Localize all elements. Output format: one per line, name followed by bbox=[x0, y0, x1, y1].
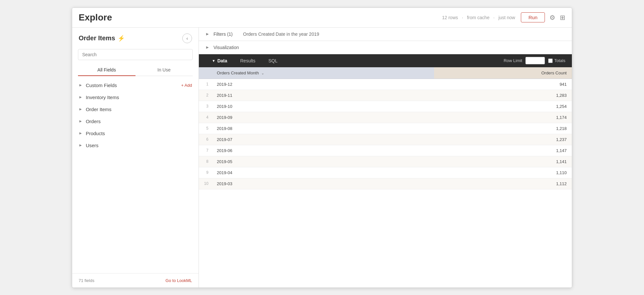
sidebar-footer: 71 fields Go to LookML bbox=[72, 273, 199, 288]
field-group-orders[interactable]: ► Orders bbox=[72, 115, 199, 127]
cell-month: 2019-03 bbox=[212, 178, 434, 189]
field-groups: ► Custom Fields + Add ► Inventory Items … bbox=[72, 76, 199, 273]
cell-month: 2019-04 bbox=[212, 167, 434, 178]
page-title: Explore bbox=[79, 12, 112, 23]
table-row: 3 2019-10 1,254 bbox=[199, 101, 572, 112]
field-group-label: Inventory Items bbox=[86, 95, 119, 100]
field-group-label: Orders bbox=[86, 119, 101, 124]
field-group-inventory-items[interactable]: ► Inventory Items bbox=[72, 91, 199, 103]
sort-arrow-icon: ⌄ bbox=[261, 71, 264, 75]
sidebar-title-group: Order Items ⚡ bbox=[79, 34, 125, 42]
row-number: 4 bbox=[199, 112, 212, 123]
cell-count: 1,110 bbox=[434, 167, 572, 178]
field-group-label: Custom Fields bbox=[86, 83, 117, 88]
search-input[interactable] bbox=[78, 49, 193, 60]
table-row: 5 2019-08 1,218 bbox=[199, 123, 572, 134]
totals-checkbox[interactable] bbox=[548, 58, 553, 63]
row-num-header bbox=[199, 67, 212, 79]
data-tabs-bar: ▼ Data Results SQL Row Limit Totals bbox=[199, 54, 572, 67]
data-table: Orders Created Month ⌄ Orders Count 1 20… bbox=[199, 67, 572, 189]
time-status: just now bbox=[498, 15, 515, 20]
chevron-right-icon: ► bbox=[79, 119, 83, 123]
filters-label: Filters (1) bbox=[213, 32, 233, 37]
tab-data[interactable]: ▼ Data bbox=[205, 54, 234, 67]
row-number: 8 bbox=[199, 156, 212, 167]
cell-month: 2019-09 bbox=[212, 112, 434, 123]
totals-toggle[interactable]: Totals bbox=[548, 58, 565, 63]
collapse-sidebar-button[interactable]: ‹ bbox=[182, 33, 192, 43]
cell-month: 2019-08 bbox=[212, 123, 434, 134]
cell-count: 1,141 bbox=[434, 156, 572, 167]
sidebar: Order Items ⚡ ‹ All Fields In Use bbox=[72, 28, 199, 288]
filters-expand-icon: ► bbox=[205, 32, 210, 36]
data-tab-arrow-icon: ▼ bbox=[212, 59, 215, 63]
data-tabs-right: Row Limit Totals bbox=[504, 57, 565, 64]
run-button[interactable]: Run bbox=[521, 12, 545, 22]
viz-expand-icon: ► bbox=[205, 45, 210, 50]
tab-all-fields[interactable]: All Fields bbox=[78, 64, 135, 76]
grid-icon[interactable]: ⊞ bbox=[560, 14, 565, 21]
header: Explore 12 rows · from cache · just now … bbox=[72, 8, 572, 28]
visualization-bar[interactable]: ► Visualization bbox=[199, 41, 572, 54]
totals-label: Totals bbox=[554, 58, 565, 63]
cell-month: 2019-11 bbox=[212, 90, 434, 101]
viz-label: Visualization bbox=[213, 45, 239, 50]
chevron-right-icon: ► bbox=[79, 143, 83, 148]
table-row: 4 2019-09 1,174 bbox=[199, 112, 572, 123]
right-panel: ► Filters (1) Orders Created Date in the… bbox=[199, 28, 572, 288]
chevron-right-icon: ► bbox=[79, 83, 83, 87]
lightning-icon: ⚡ bbox=[118, 35, 125, 42]
table-row: 10 2019-03 1,112 bbox=[199, 178, 572, 189]
table-row: 6 2019-07 1,237 bbox=[199, 134, 572, 145]
sidebar-header: Order Items ⚡ ‹ bbox=[72, 28, 199, 46]
cell-count: 1,174 bbox=[434, 112, 572, 123]
cell-count: 1,283 bbox=[434, 90, 572, 101]
row-number: 9 bbox=[199, 167, 212, 178]
header-right: 12 rows · from cache · just now Run ⚙ ⊞ bbox=[441, 12, 565, 22]
cell-count: 1,218 bbox=[434, 123, 572, 134]
cell-month: 2019-06 bbox=[212, 145, 434, 156]
search-box bbox=[78, 49, 193, 60]
field-group-custom-fields[interactable]: ► Custom Fields + Add bbox=[72, 79, 199, 91]
fields-count: 71 fields bbox=[79, 278, 94, 283]
sidebar-title: Order Items bbox=[79, 34, 115, 42]
row-number: 1 bbox=[199, 79, 212, 90]
rows-count: 12 rows bbox=[442, 15, 458, 20]
col-header-count[interactable]: Orders Count bbox=[434, 67, 572, 79]
cache-status: from cache bbox=[467, 15, 489, 20]
field-group-products[interactable]: ► Products bbox=[72, 127, 199, 139]
field-group-label: Users bbox=[86, 143, 98, 148]
table-row: 2 2019-11 1,283 bbox=[199, 90, 572, 101]
settings-icon[interactable]: ⚙ bbox=[549, 14, 555, 21]
row-number: 7 bbox=[199, 145, 212, 156]
field-group-order-items[interactable]: ► Order Items bbox=[72, 103, 199, 115]
cell-count: 1,112 bbox=[434, 178, 572, 189]
chevron-right-icon: ► bbox=[79, 131, 83, 135]
go-to-lookml-link[interactable]: Go to LookML bbox=[165, 278, 192, 283]
filters-bar[interactable]: ► Filters (1) Orders Created Date in the… bbox=[199, 28, 572, 41]
cell-count: 941 bbox=[434, 79, 572, 90]
chevron-right-icon: ► bbox=[79, 95, 83, 99]
tab-results[interactable]: Results bbox=[234, 54, 262, 67]
tab-sql[interactable]: SQL bbox=[262, 54, 284, 67]
field-group-users[interactable]: ► Users bbox=[72, 139, 199, 151]
cell-month: 2019-12 bbox=[212, 79, 434, 90]
cell-month: 2019-05 bbox=[212, 156, 434, 167]
col-header-month[interactable]: Orders Created Month ⌄ bbox=[212, 67, 434, 79]
add-custom-field-link[interactable]: + Add bbox=[181, 83, 192, 88]
main-content: Order Items ⚡ ‹ All Fields In Use bbox=[72, 28, 572, 288]
cell-count: 1,254 bbox=[434, 101, 572, 112]
cell-month: 2019-10 bbox=[212, 101, 434, 112]
app-window: Explore 12 rows · from cache · just now … bbox=[72, 7, 572, 288]
chevron-right-icon: ► bbox=[79, 107, 83, 111]
data-table-wrap: Orders Created Month ⌄ Orders Count 1 20… bbox=[199, 67, 572, 288]
filter-description: Orders Created Date in the year 2019 bbox=[243, 32, 319, 37]
row-limit-input[interactable] bbox=[525, 57, 545, 64]
row-number: 2 bbox=[199, 90, 212, 101]
header-meta: 12 rows · from cache · just now bbox=[441, 15, 516, 20]
table-row: 1 2019-12 941 bbox=[199, 79, 572, 90]
row-number: 3 bbox=[199, 101, 212, 112]
tab-in-use[interactable]: In Use bbox=[135, 64, 193, 76]
row-number: 5 bbox=[199, 123, 212, 134]
cell-count: 1,237 bbox=[434, 134, 572, 145]
